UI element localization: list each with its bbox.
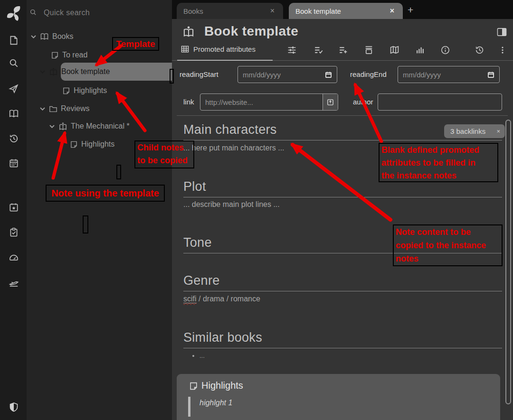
tree-item-book-template[interactable]: Book template <box>39 63 110 81</box>
readingstart-date-field[interactable] <box>238 66 337 83</box>
chevron-down-icon[interactable] <box>30 34 37 40</box>
shield-icon[interactable] <box>9 402 19 412</box>
backlinks-badge[interactable]: 3 backlinks × <box>444 124 505 138</box>
section-body-genre: scifi / drama / romance <box>183 295 260 303</box>
note-detail-pane: Book template Promoted attributes readin… <box>172 19 513 420</box>
kebab-menu-icon[interactable] <box>498 45 507 55</box>
chevron-down-icon[interactable] <box>49 123 55 130</box>
genre-rest: / drama / romance <box>197 295 260 303</box>
trilium-logo-icon <box>5 5 23 22</box>
attr-label-link: link <box>183 98 194 106</box>
info-icon[interactable] <box>440 45 450 55</box>
calendar-icon[interactable] <box>9 158 19 168</box>
note-icon <box>189 382 198 391</box>
plane-takeoff-icon[interactable] <box>9 278 19 288</box>
attributes-divider <box>177 115 508 116</box>
tree-item-label: Highlights <box>81 140 114 149</box>
link-url-field[interactable] <box>200 93 338 111</box>
tab-books[interactable]: Books × <box>177 3 283 19</box>
badge-close-icon[interactable]: × <box>496 128 500 135</box>
child-note-quote: highlght 1 <box>200 399 232 407</box>
tab-bar: Books × Book template × + <box>172 0 513 19</box>
readingend-input[interactable] <box>398 71 487 79</box>
list-plus-icon[interactable] <box>338 45 348 55</box>
tree-item-highlights-2[interactable]: Highlights <box>70 135 114 153</box>
section-heading-genre: Genre <box>183 273 502 291</box>
annotation-artifact-rect <box>83 215 88 233</box>
list-check-icon[interactable] <box>314 45 323 55</box>
attr-label-author: author <box>353 98 373 106</box>
scrollbar-thumb[interactable] <box>505 120 511 404</box>
annotation-blank-attributes: Blank defined promoted attributes to be … <box>379 143 498 182</box>
tree-item-the-mechanical[interactable]: The Mechanical * <box>49 117 130 135</box>
readingend-date-field[interactable] <box>398 66 500 83</box>
annotation-artifact-rect <box>116 165 121 179</box>
list-item: ... <box>200 352 205 359</box>
tab-label: Books <box>183 7 203 15</box>
tree-item-books[interactable]: Books <box>30 28 73 46</box>
calendar-icon[interactable] <box>487 71 494 78</box>
link-input[interactable] <box>200 98 323 106</box>
book-icon <box>40 33 49 41</box>
tree-item-reviews[interactable]: Reviews <box>39 100 89 118</box>
map-icon[interactable] <box>390 45 399 55</box>
archive-icon[interactable] <box>364 45 374 55</box>
note-title[interactable]: Book template <box>204 24 298 39</box>
table-grid-icon <box>181 45 189 53</box>
annotation-note-using-template: Note using the template <box>46 185 165 202</box>
tab-book-template[interactable]: Book template × <box>289 3 403 19</box>
new-tab-button[interactable]: + <box>408 4 413 16</box>
open-external-link-button[interactable] <box>323 94 338 110</box>
bar-chart-icon[interactable] <box>415 45 425 55</box>
annotation-artifact-rect <box>170 69 174 84</box>
annotation-note-content: Note content to be copied to the instanc… <box>393 224 503 266</box>
history-icon[interactable] <box>9 133 19 144</box>
child-note-card[interactable]: Highlights highlght 1 <box>177 374 500 420</box>
launcher-rail <box>0 0 27 420</box>
section-heading-similar-books: Similar books <box>183 330 502 348</box>
child-note-title[interactable]: Highlights <box>201 380 243 391</box>
chevron-down-icon[interactable] <box>39 69 46 75</box>
calendar-star-icon[interactable] <box>9 202 19 213</box>
note-tree-panel: Quick search Books To read Book template… <box>27 0 172 420</box>
similar-books-list: ... <box>193 352 205 359</box>
quick-search-icon[interactable] <box>29 9 37 16</box>
search-icon[interactable] <box>9 58 19 68</box>
blockquote-bar <box>188 397 190 417</box>
new-note-icon[interactable] <box>9 35 19 46</box>
annotation-template: Template <box>112 37 159 51</box>
section-body-main-characters: ... here put main characters ... <box>183 144 285 152</box>
note-icon <box>70 140 78 149</box>
clipboard-check-icon[interactable] <box>9 227 19 238</box>
tab-close-icon[interactable]: × <box>268 6 276 16</box>
external-link-icon <box>327 99 334 106</box>
send-icon[interactable] <box>9 84 19 94</box>
gauge-icon[interactable] <box>9 252 19 263</box>
folder-icon <box>49 105 57 113</box>
quick-search-input[interactable]: Quick search <box>44 9 90 17</box>
book-icon[interactable] <box>9 109 19 119</box>
author-input[interactable] <box>378 98 502 106</box>
readingstart-input[interactable] <box>238 71 325 79</box>
tree-item-label: Book template <box>61 67 110 76</box>
backlinks-count: 3 backlinks <box>450 127 485 135</box>
note-title-icon <box>182 26 195 38</box>
ribbon-tab-promoted-attributes[interactable]: Promoted attributes <box>181 45 256 53</box>
chevron-down-icon[interactable] <box>39 106 46 112</box>
ribbon-active-underline <box>177 60 273 61</box>
misspelled-word: scifi <box>183 295 197 303</box>
sliders-icon[interactable] <box>287 45 297 55</box>
calendar-icon[interactable] <box>325 71 332 78</box>
ribbon-tab-label: Promoted attributes <box>193 45 256 53</box>
tree-item-label: The Mechanical * <box>71 122 130 131</box>
tree-item-label: To read <box>62 51 87 59</box>
tab-close-icon[interactable]: × <box>388 6 396 16</box>
book-template-icon <box>58 122 67 131</box>
tree-item-label: Reviews <box>61 104 89 113</box>
tree-item-to-read[interactable]: To read <box>51 46 87 64</box>
tree-item-highlights-1[interactable]: Highlights <box>62 82 107 100</box>
author-field[interactable] <box>378 93 502 111</box>
split-pane-icon[interactable] <box>497 28 507 37</box>
edited-notes-history-icon[interactable] <box>475 45 484 55</box>
attr-label-readingstart: readingStart <box>180 70 218 78</box>
